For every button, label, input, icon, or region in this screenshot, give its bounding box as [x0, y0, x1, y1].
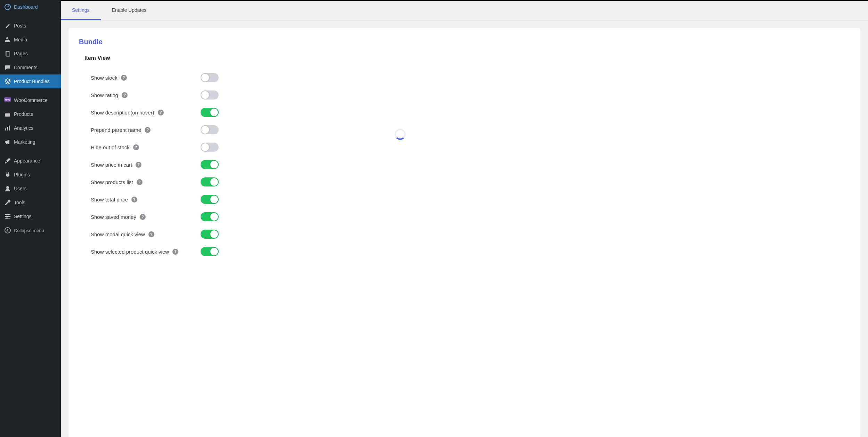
pin-icon: [4, 22, 11, 29]
setting-row: Show total price?: [79, 191, 850, 208]
setting-row: Show selected product quick view?: [79, 243, 850, 260]
setting-toggle[interactable]: [201, 160, 219, 169]
setting-label: Show total price: [91, 197, 128, 202]
setting-toggle[interactable]: [201, 177, 219, 186]
sidebar-item-label: Analytics: [14, 125, 33, 131]
sidebar-item-analytics[interactable]: Analytics: [0, 121, 61, 135]
setting-label: Show selected product quick view: [91, 249, 169, 255]
help-icon[interactable]: ?: [131, 197, 137, 202]
setting-label-wrap: Show saved money?: [91, 214, 201, 220]
svg-rect-7: [5, 112, 10, 113]
sidebar-item-marketing[interactable]: Marketing: [0, 135, 61, 149]
help-icon[interactable]: ?: [148, 231, 154, 237]
setting-row: Show modal quick view?: [79, 225, 850, 243]
setting-label-wrap: Show total price?: [91, 197, 201, 202]
toggle-knob: [201, 74, 209, 81]
toggle-knob: [210, 178, 218, 186]
toggle-knob: [210, 213, 218, 221]
sidebar-item-label: Plugins: [14, 172, 30, 177]
setting-row: Hide out of stock?: [79, 138, 850, 156]
help-icon[interactable]: ?: [145, 127, 151, 133]
sidebar-item-media[interactable]: Media: [0, 33, 61, 47]
sidebar-item-label: Tools: [14, 200, 25, 205]
sidebar-item-pages[interactable]: Pages: [0, 47, 61, 61]
help-icon[interactable]: ?: [172, 249, 178, 255]
setting-toggle[interactable]: [201, 195, 219, 204]
panel-title: Bundle: [79, 38, 850, 46]
sidebar-item-label: Settings: [14, 214, 32, 219]
setting-row: Show products list?: [79, 173, 850, 191]
help-icon[interactable]: ?: [136, 162, 141, 168]
sidebar-item-appearance[interactable]: Appearance: [0, 154, 61, 168]
help-icon[interactable]: ?: [140, 214, 146, 220]
tab-label: Enable Updates: [112, 7, 147, 13]
svg-rect-3: [6, 51, 10, 56]
tab-settings[interactable]: Settings: [61, 1, 101, 20]
sidebar-item-tools[interactable]: Tools: [0, 196, 61, 209]
svg-rect-8: [5, 128, 6, 130]
toggle-knob: [210, 109, 218, 116]
toggle-knob: [210, 196, 218, 203]
setting-row: Show description(on hover)?: [79, 104, 850, 121]
sidebar-item-label: Posts: [14, 23, 26, 29]
setting-toggle[interactable]: [201, 90, 219, 100]
woo-icon: Woo: [4, 97, 11, 104]
page-icon: [4, 50, 11, 57]
setting-toggle[interactable]: [201, 73, 219, 82]
setting-label-wrap: Show description(on hover)?: [91, 110, 201, 116]
help-icon[interactable]: ?: [158, 110, 164, 116]
setting-label-wrap: Show modal quick view?: [91, 231, 201, 237]
setting-label: Show modal quick view: [91, 231, 145, 237]
setting-toggle[interactable]: [201, 125, 219, 134]
toggle-knob: [210, 248, 218, 255]
sidebar-item-comments[interactable]: Comments: [0, 61, 61, 74]
collapse-menu-button[interactable]: Collapse menu: [0, 223, 61, 237]
setting-label-wrap: Show products list?: [91, 179, 201, 185]
sidebar-item-users[interactable]: Users: [0, 182, 61, 196]
sidebar-item-products[interactable]: Products: [0, 107, 61, 121]
loading-spinner-icon: [395, 129, 406, 140]
sidebar-item-product-bundles[interactable]: Product Bundles: [0, 74, 61, 88]
sidebar-item-label: Users: [14, 186, 27, 191]
sidebar-item-woocommerce[interactable]: Woo WooCommerce: [0, 93, 61, 107]
collapse-label: Collapse menu: [14, 228, 44, 233]
svg-point-17: [6, 217, 8, 219]
tab-enable-updates[interactable]: Enable Updates: [101, 1, 158, 20]
setting-toggle[interactable]: [201, 247, 219, 256]
sidebar-item-plugins[interactable]: Plugins: [0, 168, 61, 182]
media-icon: [4, 36, 11, 43]
setting-label: Show saved money: [91, 214, 136, 220]
help-icon[interactable]: ?: [137, 179, 143, 185]
help-icon[interactable]: ?: [122, 92, 128, 98]
setting-row: Show price in cart?: [79, 156, 850, 173]
toggle-knob: [201, 143, 209, 151]
megaphone-icon: [4, 138, 11, 145]
sidebar-item-label: Product Bundles: [14, 79, 50, 84]
sidebar-item-posts[interactable]: Posts: [0, 19, 61, 33]
setting-label-wrap: Show selected product quick view?: [91, 249, 201, 255]
setting-label: Show rating: [91, 92, 118, 98]
setting-toggle[interactable]: [201, 230, 219, 239]
chart-icon: [4, 125, 11, 132]
setting-label: Show products list: [91, 179, 133, 185]
setting-label: Show price in cart: [91, 162, 132, 168]
setting-toggle[interactable]: [201, 143, 219, 152]
dashboard-icon: [4, 3, 11, 10]
sidebar-item-label: Comments: [14, 65, 38, 70]
section-title: Item View: [84, 55, 850, 61]
setting-label-wrap: Show rating?: [91, 92, 201, 98]
toggle-knob: [210, 161, 218, 168]
svg-point-18: [5, 228, 10, 233]
setting-toggle[interactable]: [201, 212, 219, 221]
help-icon[interactable]: ?: [133, 144, 139, 150]
help-icon[interactable]: ?: [121, 75, 127, 81]
svg-point-11: [6, 186, 9, 189]
sidebar-item-dashboard[interactable]: Dashboard: [0, 0, 61, 14]
setting-label-wrap: Prepend parent name?: [91, 127, 201, 133]
setting-toggle[interactable]: [201, 108, 219, 117]
setting-label-wrap: Show stock?: [91, 75, 201, 81]
toggle-knob: [210, 230, 218, 238]
setting-row: Show stock?: [79, 69, 850, 86]
toggle-knob: [201, 91, 209, 99]
sidebar-item-settings[interactable]: Settings: [0, 209, 61, 223]
